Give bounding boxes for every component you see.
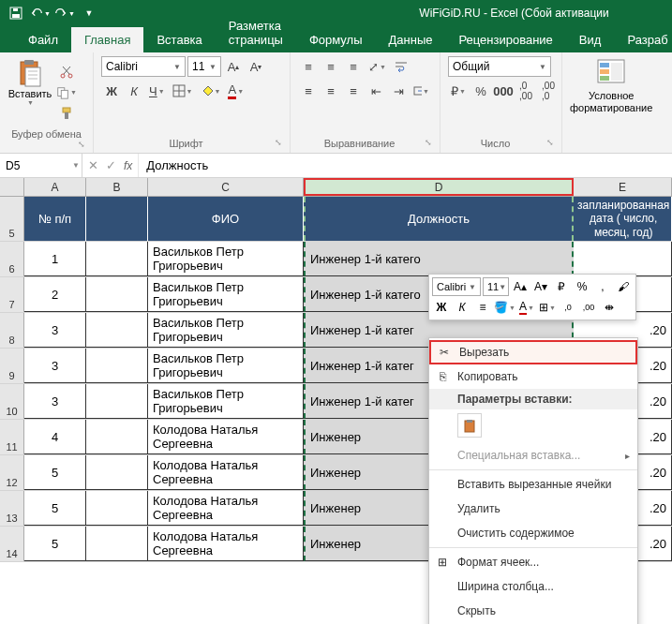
paste-option-default[interactable]	[457, 413, 482, 438]
percent-format-button[interactable]: %	[470, 81, 491, 101]
number-launcher-icon[interactable]: ⤡	[546, 138, 554, 147]
row-header[interactable]: 14	[0, 527, 24, 561]
save-icon[interactable]	[6, 3, 26, 23]
border-button[interactable]: ▼	[170, 81, 196, 101]
underline-button[interactable]: Ч▼	[146, 81, 168, 101]
number-format-select[interactable]: Общий▼	[448, 56, 551, 77]
header-date[interactable]: запланированная дата ( число, месяц, год…	[574, 197, 672, 241]
wrap-text-button[interactable]	[391, 56, 411, 77]
font-color-button[interactable]: А▼	[225, 81, 246, 101]
cell-np[interactable]: 5	[24, 491, 86, 526]
mini-decrease-font[interactable]: A▾	[531, 277, 550, 296]
tab-formulas[interactable]: Формулы	[296, 27, 376, 52]
cell-blank[interactable]	[86, 527, 148, 561]
ctx-delete[interactable]: Удалить	[429, 497, 637, 521]
ctx-hide[interactable]: Скрыть	[429, 599, 637, 623]
cell-np[interactable]: 5	[24, 527, 86, 561]
decrease-indent-button[interactable]: ⇤	[366, 81, 386, 101]
mini-inc-dec[interactable]: ,0	[559, 298, 577, 317]
decrease-font-button[interactable]: A▾	[246, 56, 266, 77]
ctx-paste-special[interactable]: Специальная вставка...▸	[429, 443, 637, 468]
font-name-select[interactable]: Calibri▼	[101, 56, 186, 77]
name-box[interactable]: D5▼	[0, 154, 82, 177]
tab-view[interactable]: Вид	[566, 27, 615, 52]
comma-format-button[interactable]: 000	[493, 81, 514, 101]
cut-button[interactable]	[56, 63, 77, 82]
cell-blank[interactable]	[86, 455, 148, 490]
row-header[interactable]: 12	[0, 455, 24, 490]
mini-font-color[interactable]: А▼	[517, 298, 536, 317]
ctx-format-cells[interactable]: ⊞ Формат ячеек...	[429, 550, 637, 574]
header-blank[interactable]	[86, 197, 148, 241]
tab-home[interactable]: Главная	[71, 27, 143, 52]
header-pos[interactable]: Должность	[304, 197, 574, 241]
formula-input[interactable]: Должность	[139, 154, 672, 177]
mini-dec-dec[interactable]: ,00	[579, 298, 598, 317]
cell-fio[interactable]: Васильков Петр Григорьевич	[148, 242, 304, 276]
header-np[interactable]: № п/п	[24, 197, 86, 241]
mini-font-size[interactable]: 11▼	[483, 277, 509, 296]
format-painter-button[interactable]	[56, 104, 77, 123]
cell-np[interactable]: 3	[24, 384, 86, 419]
cell-fio[interactable]: Колодова Наталья Сергеевна	[148, 527, 304, 561]
mini-bold[interactable]: Ж	[432, 298, 451, 317]
cell-np[interactable]: 5	[24, 455, 86, 490]
tab-file[interactable]: Файл	[15, 27, 71, 52]
cell-blank[interactable]	[86, 491, 148, 526]
cell-blank[interactable]	[86, 420, 148, 454]
alignment-launcher-icon[interactable]: ⤡	[425, 138, 432, 147]
accept-formula-icon[interactable]: ✓	[106, 158, 116, 172]
cell-blank[interactable]	[86, 384, 148, 419]
select-all-corner[interactable]	[0, 178, 24, 196]
tab-developer[interactable]: Разраб	[614, 27, 672, 52]
align-right-button[interactable]: ≡	[343, 81, 364, 101]
increase-indent-button[interactable]: ⇥	[388, 81, 409, 101]
cell-blank[interactable]	[86, 313, 148, 348]
align-middle-button[interactable]: ≡	[321, 56, 341, 77]
mini-comma[interactable]: ,	[593, 277, 612, 296]
header-fio[interactable]: ФИО	[148, 197, 304, 241]
cell-np[interactable]: 3	[24, 313, 86, 348]
font-size-select[interactable]: 11▼	[187, 56, 221, 77]
row-header[interactable]: 7	[0, 277, 24, 312]
italic-button[interactable]: К	[124, 81, 144, 101]
cell-np[interactable]: 1	[24, 242, 86, 276]
cell-fio[interactable]: Васильков Петр Григорьевич	[148, 277, 304, 312]
cell-fio[interactable]: Колодова Наталья Сергеевна	[148, 491, 304, 526]
undo-icon[interactable]: ▼	[30, 3, 51, 23]
increase-decimal-button[interactable]: ,0,00	[515, 81, 536, 101]
ctx-clear[interactable]: Очистить содержимое	[429, 521, 637, 545]
tab-review[interactable]: Рецензирование	[445, 27, 565, 52]
mini-fill-color[interactable]: 🪣▼	[494, 298, 515, 317]
row-header[interactable]: 8	[0, 313, 24, 348]
mini-border[interactable]: ⊞▼	[538, 298, 557, 317]
mini-increase-font[interactable]: A▴	[511, 277, 530, 296]
col-header-b[interactable]: B	[86, 178, 148, 196]
tab-page-layout[interactable]: Разметка страницы	[216, 13, 296, 52]
cell-np[interactable]: 3	[24, 349, 86, 383]
cell-blank[interactable]	[86, 277, 148, 312]
col-header-d[interactable]: D	[304, 178, 574, 196]
fill-color-button[interactable]: ▼	[198, 81, 224, 101]
row-header[interactable]: 11	[0, 420, 24, 454]
row-header[interactable]: 9	[0, 349, 24, 383]
cell-date[interactable]	[574, 242, 672, 276]
align-left-button[interactable]: ≡	[298, 81, 319, 101]
row-header[interactable]: 6	[0, 242, 24, 276]
col-header-c[interactable]: C	[148, 178, 304, 196]
mini-merge[interactable]: ⇼	[600, 298, 619, 317]
cell-fio[interactable]: Васильков Петр Григорьевич	[148, 313, 304, 348]
cancel-formula-icon[interactable]: ✕	[88, 158, 98, 172]
conditional-formatting-button[interactable]: Условное форматирование	[562, 52, 660, 153]
mini-font-select[interactable]: Calibri▼	[432, 277, 481, 296]
clipboard-launcher-icon[interactable]: ⤡	[78, 140, 85, 149]
ctx-column-width[interactable]: Ширина столбца...	[429, 574, 637, 599]
mini-format-painter[interactable]: 🖌	[614, 277, 633, 296]
cell-fio[interactable]: Колодова Наталья Сергеевна	[148, 420, 304, 454]
align-bottom-button[interactable]: ≡	[343, 56, 364, 77]
bold-button[interactable]: Ж	[101, 81, 122, 101]
cell-blank[interactable]	[86, 349, 148, 383]
align-top-button[interactable]: ≡	[298, 56, 319, 77]
cell-fio[interactable]: Васильков Петр Григорьевич	[148, 384, 304, 419]
font-launcher-icon[interactable]: ⤡	[275, 138, 282, 147]
